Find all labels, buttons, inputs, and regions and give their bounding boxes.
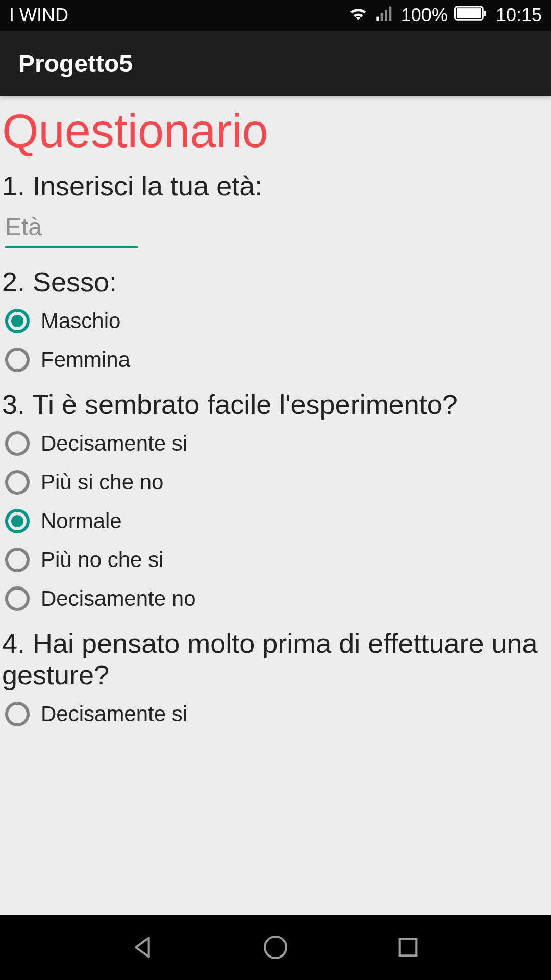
- radio-button-icon: [5, 431, 30, 456]
- status-bar: I WIND 100% 10:15: [0, 0, 551, 31]
- radio-q3-option-3[interactable]: Più no che si: [0, 541, 551, 579]
- radio-button-icon: [5, 509, 30, 533]
- wifi-icon: [348, 5, 368, 27]
- radio-label: Maschio: [41, 309, 120, 333]
- page-title: Questionario: [0, 106, 551, 161]
- battery-icon: [454, 5, 488, 27]
- radio-q3-option-0[interactable]: Decisamente si: [0, 424, 551, 463]
- status-left: I WIND: [9, 5, 68, 26]
- app-bar: Progetto5: [0, 31, 551, 96]
- radio-button-icon: [5, 702, 30, 726]
- radio-q2-option-0[interactable]: Maschio: [0, 302, 551, 340]
- radio-button-icon: [5, 470, 30, 495]
- radio-label: Decisamente si: [41, 702, 187, 726]
- svg-rect-6: [484, 11, 486, 16]
- age-input[interactable]: [5, 210, 138, 248]
- radio-q3-option-2[interactable]: Normale: [0, 502, 551, 541]
- carrier-label: I WIND: [9, 5, 68, 26]
- svg-rect-1: [380, 13, 383, 21]
- radio-q2-option-1[interactable]: Femmina: [0, 340, 551, 379]
- app-title: Progetto5: [18, 50, 133, 78]
- radio-q3-option-4[interactable]: Decisamente no: [0, 579, 551, 618]
- svg-rect-2: [385, 10, 387, 21]
- radio-q3-option-1[interactable]: Più si che no: [0, 463, 551, 502]
- question-3-label: 3. Ti è sembrato facile l'esperimento?: [0, 379, 551, 424]
- svg-rect-3: [389, 6, 391, 20]
- svg-rect-0: [376, 16, 379, 20]
- radio-label: Femmina: [41, 348, 130, 372]
- svg-rect-8: [400, 939, 417, 956]
- question-4-label: 4. Hai pensato molto prima di effettuare…: [0, 618, 551, 695]
- question-1-input-row: [0, 206, 551, 257]
- svg-rect-5: [457, 8, 481, 18]
- svg-point-7: [265, 937, 286, 958]
- clock-label: 10:15: [496, 5, 542, 26]
- navigation-bar: [0, 915, 551, 980]
- radio-label: Più si che no: [41, 470, 163, 495]
- radio-label: Decisamente si: [41, 431, 187, 456]
- home-button[interactable]: [261, 933, 290, 962]
- radio-label: Normale: [41, 509, 122, 533]
- radio-label: Decisamente no: [41, 586, 196, 611]
- question-1-label: 1. Inserisci la tua età:: [0, 161, 551, 206]
- radio-button-icon: [5, 309, 30, 333]
- radio-label: Più no che si: [41, 548, 163, 572]
- battery-percent-label: 100%: [401, 5, 448, 26]
- recent-apps-button[interactable]: [394, 933, 422, 962]
- signal-icon: [374, 5, 395, 27]
- back-button[interactable]: [129, 933, 157, 962]
- radio-button-icon: [5, 348, 30, 372]
- radio-q4-option-0[interactable]: Decisamente si: [0, 695, 551, 733]
- question-2-label: 2. Sesso:: [0, 257, 551, 302]
- radio-button-icon: [5, 548, 30, 572]
- content-area[interactable]: Questionario 1. Inserisci la tua età: 2.…: [0, 96, 551, 915]
- status-right: 100% 10:15: [348, 5, 542, 27]
- radio-button-icon: [5, 586, 30, 611]
